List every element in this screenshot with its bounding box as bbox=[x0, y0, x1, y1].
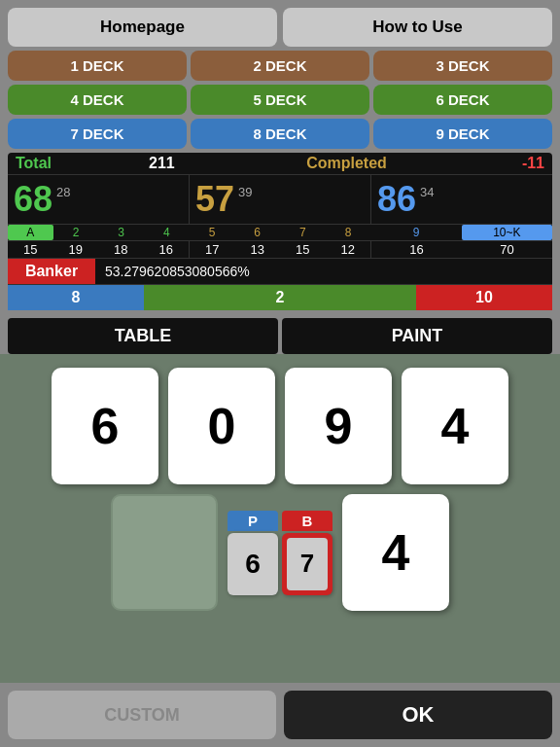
deck-row-3: 7 DECK 8 DECK 9 DECK bbox=[8, 119, 552, 149]
pb-labels: P B bbox=[228, 511, 332, 531]
total-value: 211 bbox=[149, 155, 278, 172]
brown-val-3: 15 bbox=[280, 241, 326, 258]
paint-button[interactable]: PAINT bbox=[282, 318, 552, 354]
green-val-3: 18 bbox=[98, 241, 144, 258]
stats-panel: Total 211 Completed -11 6828 5739 8634 A… bbox=[8, 153, 552, 310]
blue-sub-number: 34 bbox=[420, 185, 434, 199]
card-top-4[interactable]: 4 bbox=[402, 368, 508, 484]
deck-2-button[interactable]: 2 DECK bbox=[191, 51, 369, 81]
pb-cards: 6 7 bbox=[228, 533, 332, 595]
card-top-1[interactable]: 6 bbox=[52, 368, 158, 484]
bottom-buttons: CUSTOM OK bbox=[0, 683, 560, 747]
pb-group: P B 6 7 bbox=[228, 511, 332, 595]
player-label: P bbox=[228, 511, 278, 531]
deck-6-button[interactable]: 6 DECK bbox=[373, 85, 552, 115]
blue-label-10k: 10~K bbox=[462, 225, 552, 240]
completed-value: -11 bbox=[415, 155, 544, 172]
blue-val-1: 16 bbox=[371, 241, 462, 258]
three-columns: 6828 5739 8634 bbox=[8, 174, 552, 224]
brown-label-8: 8 bbox=[326, 225, 371, 240]
green-label-3: 3 bbox=[98, 225, 144, 240]
brown-values: 17 13 15 12 bbox=[190, 241, 371, 258]
deck-1-button[interactable]: 1 DECK bbox=[8, 51, 187, 81]
green-val-4: 16 bbox=[144, 241, 190, 258]
custom-button[interactable]: CUSTOM bbox=[8, 691, 276, 739]
green-label-a: A bbox=[8, 225, 53, 240]
table-paint-row: TABLE PAINT bbox=[8, 318, 552, 354]
brown-val-1: 17 bbox=[190, 241, 235, 258]
banker-card-inner: 7 bbox=[287, 538, 328, 590]
top-navigation: Homepage How to Use bbox=[0, 0, 560, 51]
brown-label-6: 6 bbox=[234, 225, 280, 240]
card-bottom-right[interactable]: 4 bbox=[342, 494, 449, 611]
blue-values: 16 70 bbox=[371, 241, 552, 258]
deck-7-button[interactable]: 7 DECK bbox=[8, 119, 187, 149]
brown-label-5: 5 bbox=[190, 225, 235, 240]
brown-val-4: 12 bbox=[326, 241, 371, 258]
brown-labels: 5 6 7 8 bbox=[190, 225, 371, 240]
deck-selector: 1 DECK 2 DECK 3 DECK 4 DECK 5 DECK 6 DEC… bbox=[0, 51, 560, 149]
card-top-3[interactable]: 9 bbox=[285, 368, 392, 484]
brown-val-2: 13 bbox=[235, 241, 281, 258]
green-val-2: 19 bbox=[53, 241, 99, 258]
deck-row-1: 1 DECK 2 DECK 3 DECK bbox=[8, 51, 552, 81]
deck-8-button[interactable]: 8 DECK bbox=[191, 119, 369, 149]
percentage-row: 8 2 10 bbox=[8, 284, 552, 310]
how-to-use-button[interactable]: How to Use bbox=[283, 8, 552, 47]
brown-sub-number: 39 bbox=[238, 185, 252, 199]
card-top-2[interactable]: 0 bbox=[168, 368, 275, 484]
completed-label: Completed bbox=[282, 155, 411, 172]
green-values: 15 19 18 16 bbox=[8, 241, 190, 258]
green-label-4: 4 bbox=[144, 225, 190, 240]
homepage-button[interactable]: Homepage bbox=[8, 8, 277, 47]
banker-card-highlighted[interactable]: 7 bbox=[282, 533, 332, 595]
card-area: 6 0 9 4 P B 6 7 4 bbox=[0, 354, 560, 683]
green-labels: A 2 3 4 bbox=[8, 225, 190, 240]
totals-row: Total 211 Completed -11 bbox=[8, 153, 552, 174]
top-cards-row: 6 0 9 4 bbox=[10, 368, 550, 484]
player-card[interactable]: 6 bbox=[228, 533, 278, 595]
deck-row-2: 4 DECK 5 DECK 6 DECK bbox=[8, 85, 552, 115]
deck-4-button[interactable]: 4 DECK bbox=[8, 85, 187, 115]
deck-3-button[interactable]: 3 DECK bbox=[373, 51, 552, 81]
pct-red: 10 bbox=[416, 285, 552, 310]
green-sub-number: 28 bbox=[56, 185, 70, 199]
blue-main-number: 86 bbox=[377, 179, 416, 219]
sub-labels-row: A 2 3 4 5 6 7 8 9 10~K bbox=[8, 224, 552, 240]
pct-green: 2 bbox=[144, 285, 416, 310]
green-val-1: 15 bbox=[8, 241, 53, 258]
banker-row: Banker 53.279620853080566% bbox=[8, 258, 552, 284]
card-placeholder-left bbox=[111, 494, 218, 611]
brown-column: 5739 bbox=[190, 175, 371, 224]
total-label: Total bbox=[16, 155, 145, 172]
table-button[interactable]: TABLE bbox=[8, 318, 278, 354]
blue-labels: 9 10~K bbox=[370, 225, 552, 240]
brown-main-number: 57 bbox=[195, 179, 234, 219]
green-label-2: 2 bbox=[53, 225, 99, 240]
brown-label-7: 7 bbox=[280, 225, 326, 240]
bottom-cards-row: P B 6 7 4 bbox=[10, 494, 550, 611]
blue-label-9: 9 bbox=[370, 225, 461, 240]
green-column: 6828 bbox=[8, 175, 190, 224]
banker-label: Banker bbox=[8, 259, 95, 284]
deck-9-button[interactable]: 9 DECK bbox=[373, 119, 552, 149]
deck-5-button[interactable]: 5 DECK bbox=[191, 85, 369, 115]
blue-column: 8634 bbox=[371, 175, 552, 224]
banker-percentage: 53.279620853080566% bbox=[95, 260, 552, 283]
ok-button[interactable]: OK bbox=[284, 691, 552, 739]
blue-val-2: 70 bbox=[462, 241, 552, 258]
sub-values-row: 15 19 18 16 17 13 15 12 16 70 bbox=[8, 240, 552, 258]
pct-blue: 8 bbox=[8, 285, 144, 310]
banker-label-pb: B bbox=[282, 511, 332, 531]
green-main-number: 68 bbox=[14, 179, 52, 219]
